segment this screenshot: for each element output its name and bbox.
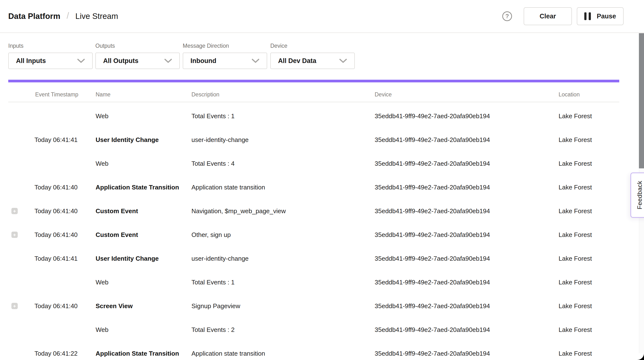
- inputs-dropdown-value: All Inputs: [16, 57, 77, 65]
- event-location-cell: Lake Forest: [558, 231, 592, 239]
- stream-accent-bar: [8, 80, 619, 82]
- breadcrumb-data-platform[interactable]: Data Platform: [8, 12, 60, 21]
- event-description-cell: Other, sign up: [192, 231, 231, 239]
- event-name-cell: Web: [96, 279, 108, 286]
- event-description-cell: Total Events : 1: [192, 279, 235, 286]
- event-description-cell: Navigation, $mp_web_page_view: [192, 207, 286, 215]
- inputs-dropdown[interactable]: All Inputs: [8, 53, 93, 69]
- event-timestamp-cell: Today 06:41:40: [34, 302, 78, 310]
- message-direction-dropdown-value: Inbound: [190, 57, 252, 65]
- table-row[interactable]: + Web Total Events : 1 35eddb41-9ff9-49e…: [0, 270, 644, 294]
- vertical-scrollbar-thumb[interactable]: [639, 33, 644, 168]
- event-location-cell: Lake Forest: [558, 112, 592, 120]
- table-row[interactable]: + Today 06:41:40 Screen View Signup Page…: [0, 294, 644, 318]
- event-description-cell: Application state transition: [192, 184, 265, 191]
- column-header-description: Description: [192, 91, 219, 98]
- filter-device-label: Device: [270, 43, 355, 49]
- event-name-cell: Screen View: [96, 302, 133, 310]
- filter-inputs-label: Inputs: [8, 43, 93, 49]
- event-name-cell: Web: [96, 326, 108, 334]
- column-header-name: Name: [96, 91, 110, 98]
- event-device-cell: 35eddb41-9ff9-49e2-7aed-20afa90eb194: [375, 279, 490, 286]
- column-header-device: Device: [375, 91, 392, 98]
- live-stream-page: Data Platform / Live Stream ? Clear Paus…: [0, 0, 644, 360]
- table-row[interactable]: + Web Total Events : 1 35eddb41-9ff9-49e…: [0, 104, 644, 128]
- event-device-cell: 35eddb41-9ff9-49e2-7aed-20afa90eb194: [375, 136, 490, 144]
- event-name-cell: User Identity Change: [96, 136, 159, 144]
- filter-outputs-label: Outputs: [95, 43, 180, 49]
- table-row[interactable]: + Today 06:41:22 Application State Trans…: [0, 342, 644, 360]
- event-name-cell: Application State Transition: [96, 350, 179, 357]
- pause-button[interactable]: Pause: [577, 7, 624, 25]
- message-direction-dropdown[interactable]: Inbound: [183, 53, 267, 69]
- event-device-cell: 35eddb41-9ff9-49e2-7aed-20afa90eb194: [375, 160, 490, 168]
- event-description-cell: user-identity-change: [192, 255, 249, 262]
- event-device-cell: 35eddb41-9ff9-49e2-7aed-20afa90eb194: [375, 207, 490, 215]
- event-location-cell: Lake Forest: [558, 326, 592, 334]
- event-description-cell: Total Events : 1: [192, 112, 235, 120]
- device-dropdown[interactable]: All Dev Data: [270, 53, 355, 69]
- window-corner: [637, 353, 644, 360]
- event-name-cell: User Identity Change: [96, 255, 159, 262]
- event-location-cell: Lake Forest: [558, 160, 592, 168]
- expand-row-button[interactable]: +: [12, 303, 18, 309]
- top-bar: Data Platform / Live Stream ? Clear Paus…: [0, 0, 644, 33]
- event-timestamp-cell: Today 06:41:40: [34, 231, 78, 239]
- event-name-cell: Custom Event: [96, 231, 138, 239]
- filter-message-direction-label: Message Direction: [183, 43, 267, 49]
- event-device-cell: 35eddb41-9ff9-49e2-7aed-20afa90eb194: [375, 231, 490, 239]
- pause-icon: [584, 12, 591, 20]
- filter-device: Device All Dev Data: [270, 43, 355, 69]
- feedback-tab-label: Feedback: [636, 181, 644, 209]
- event-device-cell: 35eddb41-9ff9-49e2-7aed-20afa90eb194: [375, 184, 490, 191]
- event-location-cell: Lake Forest: [558, 184, 592, 191]
- event-description-cell: Total Events : 4: [192, 160, 235, 168]
- table-row[interactable]: + Web Total Events : 4 35eddb41-9ff9-49e…: [0, 152, 644, 176]
- filter-inputs: Inputs All Inputs: [8, 43, 93, 69]
- event-location-cell: Lake Forest: [558, 255, 592, 262]
- breadcrumb: Data Platform / Live Stream: [8, 0, 118, 32]
- event-timestamp-cell: Today 06:41:40: [34, 207, 78, 215]
- event-timestamp-cell: Today 06:41:41: [34, 255, 78, 262]
- event-location-cell: Lake Forest: [558, 207, 592, 215]
- column-header-location: Location: [558, 91, 580, 98]
- event-description-cell: Total Events : 2: [192, 326, 235, 334]
- event-device-cell: 35eddb41-9ff9-49e2-7aed-20afa90eb194: [375, 112, 490, 120]
- chevron-down-icon: [339, 59, 347, 63]
- breadcrumb-separator: /: [67, 11, 69, 21]
- pause-button-label: Pause: [597, 12, 616, 20]
- feedback-tab[interactable]: Feedback: [630, 173, 644, 218]
- event-device-cell: 35eddb41-9ff9-49e2-7aed-20afa90eb194: [375, 326, 490, 334]
- event-location-cell: Lake Forest: [558, 279, 592, 286]
- event-name-cell: Application State Transition: [96, 184, 179, 191]
- event-device-cell: 35eddb41-9ff9-49e2-7aed-20afa90eb194: [375, 255, 490, 262]
- event-device-cell: 35eddb41-9ff9-49e2-7aed-20afa90eb194: [375, 302, 490, 310]
- table-row[interactable]: + Today 06:41:41 User Identity Change us…: [0, 247, 644, 270]
- clear-button[interactable]: Clear: [524, 7, 572, 25]
- event-name-cell: Web: [96, 112, 108, 120]
- event-timestamp-cell: Today 06:41:22: [34, 350, 78, 357]
- top-bar-actions: ? Clear Pause: [502, 0, 624, 32]
- event-name-cell: Web: [96, 160, 108, 168]
- table-row[interactable]: + Today 06:41:41 User Identity Change us…: [0, 128, 644, 152]
- table-header: Event Timestamp Name Description Device …: [0, 88, 644, 102]
- event-name-cell: Custom Event: [96, 207, 138, 215]
- chevron-down-icon: [164, 59, 172, 63]
- table-row[interactable]: + Web Total Events : 2 35eddb41-9ff9-49e…: [0, 318, 644, 342]
- device-dropdown-value: All Dev Data: [278, 57, 339, 65]
- outputs-dropdown[interactable]: All Outputs: [95, 53, 180, 69]
- event-location-cell: Lake Forest: [558, 350, 592, 357]
- table-row[interactable]: + Today 06:41:40 Custom Event Navigation…: [0, 199, 644, 223]
- table-row[interactable]: + Today 06:41:40 Custom Event Other, sig…: [0, 223, 644, 247]
- event-description-cell: user-identity-change: [192, 136, 249, 144]
- help-icon[interactable]: ?: [502, 11, 512, 21]
- column-header-event-timestamp: Event Timestamp: [35, 91, 78, 98]
- page-title: Live Stream: [76, 12, 118, 21]
- event-description-cell: Signup Pageview: [192, 302, 240, 310]
- event-location-cell: Lake Forest: [558, 136, 592, 144]
- chevron-down-icon: [77, 59, 85, 63]
- table-row[interactable]: + Today 06:41:40 Application State Trans…: [0, 176, 644, 199]
- expand-row-button[interactable]: +: [12, 232, 18, 238]
- event-device-cell: 35eddb41-9ff9-49e2-7aed-20afa90eb194: [375, 350, 490, 357]
- expand-row-button[interactable]: +: [12, 208, 18, 214]
